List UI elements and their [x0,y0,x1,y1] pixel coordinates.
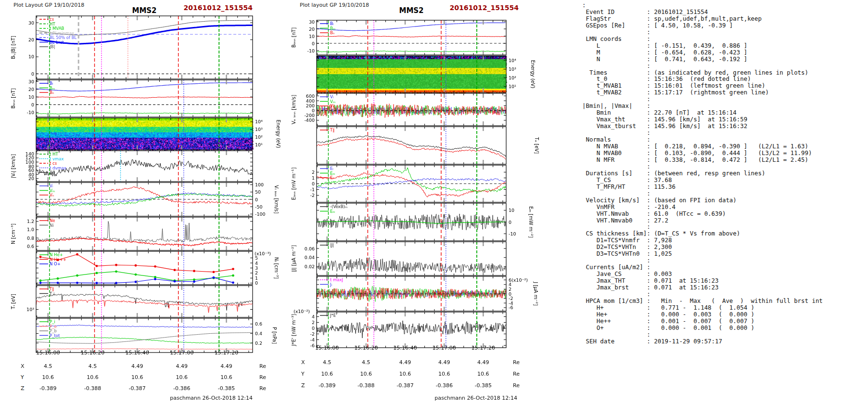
ephemeris-value: 4.5 [31,363,65,369]
ephemeris-value: -0.387 [120,385,154,392]
middle-plots-canvas[interactable] [289,0,577,366]
left-plot-column: Plot Layout GP 19/10/2018 MMS2 20161012_… [0,0,289,405]
ephemeris-value: 4.5 [349,359,383,366]
ephemeris-value: -0.386 [165,385,199,392]
time-tick-label: 15:16:00 [310,345,344,351]
ephemeris-value: -0.389 [31,385,65,392]
time-tick-label: 15:16:00 [31,350,65,356]
middle-footer: paschmann 26-Oct-2018 12:14 [402,395,517,401]
ephemeris-value: 10.6 [165,374,199,380]
ephemeris-value: 4.49 [388,359,422,366]
ephemeris-value: 10.6 [310,371,344,377]
ephemeris-value: -0.389 [310,382,344,389]
ephemeris-unit: Re [259,374,266,380]
ephemeris-value: -0.386 [427,382,461,389]
ephemeris-value: 4.5 [310,359,344,366]
time-tick-label: 15:17:20 [210,350,243,356]
ephemeris-value: 10.6 [349,371,383,377]
time-tick-label: 15:16:40 [120,350,154,356]
ephemeris-value: 4.49 [120,363,154,369]
left-plots-canvas[interactable] [0,0,289,366]
ephemeris-row-label: X [21,363,25,369]
middle-plot-column: Plot layout GP 19/10/2018 MMS2 20161012_… [289,0,577,405]
ephemeris-value: 4.49 [466,359,500,366]
ephemeris-value: 10.6 [210,374,243,380]
ephemeris-value: -0.388 [76,385,109,392]
ephemeris-row-label: Y [21,374,24,380]
ephemeris-unit: Re [513,359,520,366]
info-panel-text: : Event ID : 20161012_151554 FlagStr : s… [582,2,823,345]
ephemeris-row-label: Z [21,385,25,392]
ephemeris-value: 4.49 [427,359,461,366]
ephemeris-unit: Re [513,382,520,389]
ephemeris-value: 10.6 [76,374,109,380]
ephemeris-value: -0.388 [349,382,383,389]
time-tick-label: 15:16:20 [349,345,383,351]
ephemeris-value: 10.6 [466,371,500,377]
app-window: { "titles":{ "left_layout":"Plot Layout … [0,0,868,405]
ephemeris-value: -0.385 [210,385,243,392]
ephemeris-value: 10.6 [388,371,422,377]
time-tick-label: 15:17:00 [165,350,199,356]
ephemeris-row-label: X [301,359,305,366]
ephemeris-value: 4.49 [165,363,199,369]
ephemeris-unit: Re [259,363,266,369]
time-tick-label: 15:16:20 [76,350,109,356]
ephemeris-value: 4.5 [76,363,109,369]
ephemeris-unit: Re [513,371,520,377]
ephemeris-unit: Re [259,385,266,392]
time-tick-label: 15:16:40 [388,345,422,351]
ephemeris-row-label: Y [301,371,305,377]
ephemeris-value: -0.387 [388,382,422,389]
ephemeris-value: 10.6 [120,374,154,380]
left-footer: paschmann 26-Oct-2018 12:14 [137,395,253,401]
time-tick-label: 15:17:00 [427,345,461,351]
ephemeris-value: 10.6 [31,374,65,380]
ephemeris-value: 4.49 [210,363,243,369]
ephemeris-value: -0.385 [466,382,500,389]
time-tick-label: 15:17:20 [466,345,500,351]
ephemeris-row-label: Z [301,382,305,389]
ephemeris-value: 10.6 [427,371,461,377]
